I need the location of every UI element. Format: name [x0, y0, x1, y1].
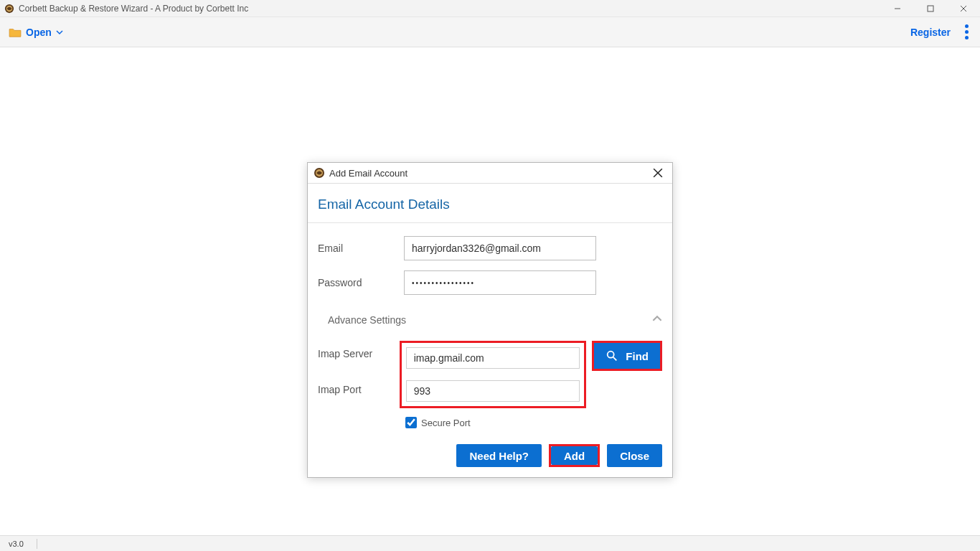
window-controls	[881, 0, 980, 17]
find-label: Find	[626, 350, 649, 362]
svg-rect-3	[928, 6, 933, 11]
dialog-heading: Email Account Details	[318, 197, 662, 212]
dialog-titlebar: Add Email Account	[308, 163, 672, 184]
add-button-highlight: Add	[549, 444, 600, 467]
email-label: Email	[318, 242, 404, 254]
secure-port-label: Secure Port	[421, 418, 471, 428]
divider	[37, 539, 37, 549]
status-bar: v3.0	[0, 535, 980, 551]
imap-fields-highlight	[400, 341, 587, 408]
dialog-title: Add Email Account	[329, 168, 407, 179]
more-menu-button[interactable]	[962, 22, 971, 42]
main-toolbar: Open Register	[0, 17, 980, 47]
email-field[interactable]	[404, 236, 596, 260]
app-icon	[314, 167, 325, 179]
svg-line-11	[613, 357, 617, 361]
imap-server-field[interactable]	[406, 347, 580, 369]
dialog-button-row: Need Help? Add Close	[318, 444, 662, 467]
password-label: Password	[318, 277, 404, 288]
advance-settings-toggle[interactable]: Advance Settings	[318, 314, 662, 326]
imap-server-label: Imap Server	[318, 348, 400, 359]
search-icon	[606, 349, 618, 362]
close-dialog-button[interactable]: Close	[607, 444, 662, 467]
dialog-body: Email Account Details Email Password Adv…	[308, 184, 672, 477]
imap-port-label: Imap Port	[318, 384, 400, 395]
app-icon	[4, 4, 14, 14]
advance-settings-label: Advance Settings	[328, 314, 406, 326]
svg-point-10	[608, 352, 614, 358]
register-link[interactable]: Register	[910, 27, 951, 38]
window-title: Corbett Backup & Restore Wizard - A Prod…	[19, 4, 248, 14]
email-row: Email	[318, 236, 662, 260]
need-help-button[interactable]: Need Help?	[456, 444, 542, 467]
maximize-button[interactable]	[914, 0, 947, 17]
open-menu-button[interactable]: Open	[9, 27, 63, 38]
window-titlebar: Corbett Backup & Restore Wizard - A Prod…	[0, 0, 980, 17]
chevron-down-icon	[56, 27, 63, 38]
open-label: Open	[26, 27, 52, 38]
password-row: Password	[318, 270, 662, 295]
secure-port-row: Secure Port	[405, 417, 662, 428]
minimize-button[interactable]	[881, 0, 914, 17]
divider	[308, 222, 672, 223]
version-label: v3.0	[9, 540, 24, 548]
imap-section: Imap Server Imap Port Find	[318, 341, 662, 408]
find-button[interactable]: Find	[594, 343, 660, 369]
chevron-up-icon	[652, 314, 662, 326]
imap-port-field[interactable]	[406, 380, 580, 402]
add-email-account-dialog: Add Email Account Email Account Details …	[307, 162, 673, 478]
password-field[interactable]	[404, 270, 596, 295]
add-button[interactable]: Add	[551, 446, 598, 465]
secure-port-checkbox[interactable]	[405, 417, 417, 428]
close-button[interactable]	[947, 0, 980, 17]
dialog-close-button[interactable]	[644, 163, 672, 183]
folder-icon	[9, 27, 22, 37]
find-button-highlight: Find	[592, 341, 662, 371]
